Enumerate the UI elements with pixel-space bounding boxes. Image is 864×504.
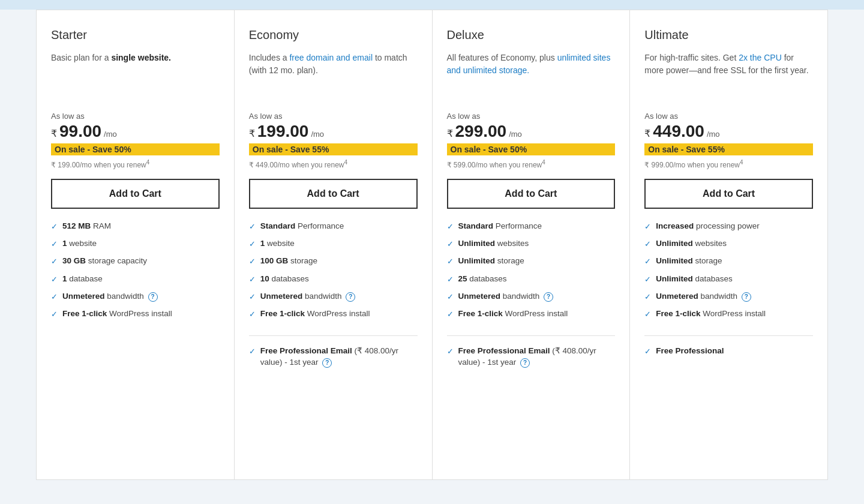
- info-icon[interactable]: ?: [148, 292, 158, 302]
- check-icon: ✓: [447, 256, 454, 267]
- check-icon: ✓: [447, 346, 454, 357]
- section-divider: [447, 335, 616, 336]
- feature-item: ✓Standard Performance: [249, 221, 418, 232]
- price-period-starter: /mo: [104, 130, 117, 139]
- feature-item: ✓Standard Performance: [447, 221, 616, 232]
- check-icon: ✓: [644, 346, 651, 357]
- features-list-starter: ✓512 MB RAM✓1 website✓30 GB storage capa…: [51, 221, 220, 320]
- sale-badge-economy: On sale - Save 55%: [249, 143, 418, 155]
- add-to-cart-button-economy[interactable]: Add to Cart: [249, 179, 418, 209]
- plans-container: StarterBasic plan for a single website.A…: [0, 10, 864, 504]
- feature-text: Unmetered bandwidth ?: [62, 291, 158, 302]
- feature-item: ✓Free 1-click WordPress install: [447, 308, 616, 320]
- price-period-economy: /mo: [311, 130, 324, 139]
- info-icon[interactable]: ?: [544, 292, 553, 302]
- check-icon: ✓: [51, 239, 58, 250]
- feature-item: ✓Unmetered bandwidth ?: [249, 291, 418, 302]
- as-low-as-starter: As low as: [51, 112, 220, 121]
- check-icon: ✓: [51, 309, 58, 320]
- feature-item: ✓25 databases: [447, 274, 616, 285]
- as-low-as-ultimate: As low as: [644, 112, 813, 121]
- feature-item: ✓Unlimited websites: [644, 238, 813, 250]
- feature-text: Unmetered bandwidth ?: [458, 291, 554, 302]
- info-icon[interactable]: ?: [346, 292, 355, 302]
- check-icon: ✓: [51, 256, 58, 267]
- feature-item: ✓1 database: [51, 274, 220, 285]
- feature-item: ✓Unmetered bandwidth ?: [644, 291, 813, 302]
- add-to-cart-button-starter[interactable]: Add to Cart: [51, 179, 220, 209]
- features-list-deluxe: ✓Standard Performance✓Unlimited websites…: [447, 221, 616, 320]
- check-icon: ✓: [51, 274, 58, 285]
- plan-card-economy: EconomyIncludes a free domain and email …: [235, 10, 433, 480]
- section-divider: [249, 335, 418, 336]
- feature-item: ✓Unlimited storage: [447, 256, 616, 267]
- feature-item: ✓Free 1-click WordPress install: [644, 308, 813, 320]
- feature-text: Free 1-click WordPress install: [656, 308, 766, 320]
- plan-name-deluxe: Deluxe: [447, 28, 616, 42]
- add-to-cart-button-ultimate[interactable]: Add to Cart: [644, 179, 813, 209]
- check-icon: ✓: [447, 239, 454, 250]
- add-to-cart-button-deluxe[interactable]: Add to Cart: [447, 179, 616, 209]
- info-icon[interactable]: ?: [322, 358, 332, 368]
- feature-text: Standard Performance: [260, 221, 344, 232]
- plan-name-economy: Economy: [249, 28, 418, 42]
- features-list-economy: ✓Standard Performance✓1 website✓100 GB s…: [249, 221, 418, 320]
- feature-item: ✓100 GB storage: [249, 256, 418, 267]
- check-icon: ✓: [249, 274, 256, 285]
- plan-card-ultimate: UltimateFor high-traffic sites. Get 2x t…: [630, 10, 828, 480]
- renew-price-deluxe: ₹ 599.00/mo when you renew4: [447, 159, 616, 169]
- check-icon: ✓: [644, 292, 651, 302]
- feature-text: Free 1-click WordPress install: [260, 308, 370, 320]
- email-feature-text: Free Professional: [656, 346, 724, 357]
- plan-description-economy: Includes a free domain and email to matc…: [249, 52, 418, 100]
- feature-text: Unmetered bandwidth ?: [260, 291, 356, 302]
- feature-item: ✓30 GB storage capacity: [51, 256, 220, 267]
- feature-item: ✓1 website: [249, 238, 418, 250]
- feature-text: Unlimited storage: [458, 256, 524, 267]
- feature-item: ✓Unlimited databases: [644, 274, 813, 285]
- feature-item: ✓Unlimited websites: [447, 238, 616, 250]
- price-row-economy: ₹199.00/mo: [249, 122, 418, 141]
- as-low-as-deluxe: As low as: [447, 112, 616, 121]
- info-icon[interactable]: ?: [520, 358, 530, 368]
- check-icon: ✓: [447, 274, 454, 285]
- feature-text: 30 GB storage capacity: [62, 256, 147, 267]
- check-icon: ✓: [249, 346, 256, 357]
- price-amount-starter: 99.00: [59, 122, 101, 141]
- renew-price-economy: ₹ 449.00/mo when you renew4: [249, 159, 418, 169]
- email-feature-text: Free Professional Email (₹ 408.00/yr val…: [260, 346, 418, 368]
- plan-card-starter: StarterBasic plan for a single website.A…: [36, 10, 235, 480]
- feature-item: ✓Increased processing power: [644, 221, 813, 232]
- feature-item: ✓Unlimited storage: [644, 256, 813, 267]
- email-feature-text: Free Professional Email (₹ 408.00/yr val…: [458, 346, 616, 368]
- renew-price-starter: ₹ 199.00/mo when you renew4: [51, 159, 220, 169]
- check-icon: ✓: [644, 309, 651, 320]
- feature-item: ✓1 website: [51, 238, 220, 250]
- email-feature-item: ✓Free Professional Email (₹ 408.00/yr va…: [249, 346, 418, 368]
- plan-name-starter: Starter: [51, 28, 220, 42]
- feature-text: 1 website: [62, 238, 97, 250]
- check-icon: ✓: [644, 239, 651, 250]
- check-icon: ✓: [644, 221, 651, 232]
- price-row-starter: ₹99.00/mo: [51, 122, 220, 141]
- feature-item: ✓512 MB RAM: [51, 221, 220, 232]
- currency-economy: ₹: [249, 128, 255, 139]
- info-icon[interactable]: ?: [742, 292, 751, 302]
- features-list-ultimate: ✓Increased processing power✓Unlimited we…: [644, 221, 813, 320]
- feature-text: Unlimited websites: [458, 238, 529, 250]
- top-bar: [0, 0, 864, 10]
- feature-text: 1 database: [62, 274, 103, 285]
- price-row-deluxe: ₹299.00/mo: [447, 122, 616, 141]
- price-amount-economy: 199.00: [257, 122, 309, 141]
- check-icon: ✓: [51, 292, 58, 302]
- price-amount-deluxe: 299.00: [455, 122, 507, 141]
- check-icon: ✓: [644, 256, 651, 267]
- check-icon: ✓: [249, 292, 256, 302]
- email-feature-item: ✓Free Professional: [644, 346, 813, 357]
- plan-description-ultimate: For high-traffic sites. Get 2x the CPU f…: [644, 52, 813, 100]
- feature-text: 10 databases: [260, 274, 309, 285]
- price-row-ultimate: ₹449.00/mo: [644, 122, 813, 141]
- check-icon: ✓: [249, 309, 256, 320]
- feature-text: Unlimited storage: [656, 256, 722, 267]
- sale-badge-ultimate: On sale - Save 55%: [644, 143, 813, 155]
